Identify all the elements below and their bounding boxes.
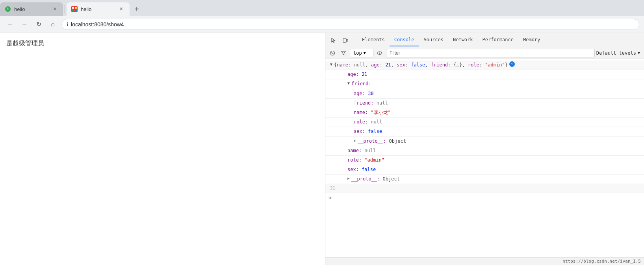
object-summary: {name: null, age: 21, sex: false, friend… <box>334 61 508 69</box>
friend-key: friend: <box>351 80 371 88</box>
sex-key: sex: <box>347 166 359 173</box>
home-button[interactable]: ⌂ <box>47 19 58 30</box>
friend-name-val: "李小龙" <box>371 109 390 116</box>
console-filter-input[interactable] <box>386 49 595 57</box>
svg-rect-4 <box>72 9 74 11</box>
friend-role-key: role: <box>354 118 368 126</box>
devtools-toolbar: Elements Console Sources Network Perform… <box>325 33 644 47</box>
friend-name-key: name: <box>354 109 368 116</box>
page-main-text: 是超级管理员 <box>6 39 319 48</box>
friend-age-val: 30 <box>368 90 373 98</box>
friend-expand-arrow[interactable]: ▼ <box>347 80 350 88</box>
tab-sources[interactable]: Sources <box>419 34 448 46</box>
console-role-line: role: "admin" <box>325 156 644 165</box>
tab-separator <box>65 5 65 13</box>
role-key: role: <box>347 156 362 164</box>
page-content: 是超级管理员 <box>0 33 325 265</box>
console-friend-proto-line: ▶ __proto__: Object <box>325 137 644 146</box>
line-number: 21 <box>330 185 338 192</box>
sex-val: false <box>362 166 376 173</box>
console-output: ▼ {name: null, age: 21, sex: false, frie… <box>325 59 644 257</box>
forward-button[interactable]: → <box>19 19 30 30</box>
svg-point-12 <box>379 52 380 53</box>
console-input[interactable] <box>335 195 641 201</box>
age-value <box>359 71 362 78</box>
eye-icon[interactable] <box>375 48 384 58</box>
friend-proto-arrow[interactable]: ▶ <box>354 138 356 145</box>
address-text: localhost:8080/show4 <box>71 21 124 28</box>
friend-proto-key: __proto__: <box>358 138 386 145</box>
context-selector[interactable]: top ▼ <box>350 49 373 57</box>
tab2-favicon <box>71 6 78 12</box>
console-object-line: ▼ {name: null, age: 21, sex: false, frie… <box>325 61 644 70</box>
tab2-close[interactable]: ✕ <box>118 6 125 13</box>
console-sex-line: sex: false <box>325 165 644 175</box>
address-bar[interactable]: ℹ localhost:8080/show4 <box>61 19 639 30</box>
default-levels-dropdown[interactable]: Default levels ▼ <box>596 50 642 56</box>
console-friend-role-line: role: null <box>325 118 644 127</box>
friend-friend-val: null <box>377 99 388 107</box>
friend-sex-key: sex: <box>354 128 365 135</box>
svg-rect-7 <box>347 39 348 41</box>
lock-icon: ℹ <box>67 22 69 27</box>
name-key: name: <box>347 147 362 155</box>
age-val: 21 <box>362 71 367 78</box>
tab-bar: hello ✕ hello ✕ + <box>0 0 644 16</box>
clear-console-icon[interactable] <box>328 48 337 58</box>
console-friend-name-line: name: "李小龙" <box>325 108 644 118</box>
age-key: age: <box>347 71 359 78</box>
svg-rect-2 <box>72 7 74 9</box>
svg-rect-5 <box>75 9 77 11</box>
default-levels-arrow-icon: ▼ <box>638 51 640 55</box>
console-toolbar: top ▼ Default levels ▼ <box>325 47 644 59</box>
devtools-tabs: Elements Console Sources Network Perform… <box>357 34 545 46</box>
tab-console[interactable]: Console <box>390 34 419 46</box>
console-number-line: 21 <box>325 184 644 193</box>
browser-chrome: hello ✕ hello ✕ + ← → ↻ ⌂ ℹ localhost:80… <box>0 0 644 33</box>
nav-bar: ← → ↻ ⌂ ℹ localhost:8080/show4 <box>0 16 644 33</box>
friend-proto-val: Object <box>389 138 406 145</box>
new-tab-button[interactable]: + <box>131 4 142 15</box>
role-val: "admin" <box>364 156 384 164</box>
tab-memory[interactable]: Memory <box>518 34 545 46</box>
back-button[interactable]: ← <box>5 19 16 30</box>
tab-network[interactable]: Network <box>448 34 478 46</box>
object-expand-arrow[interactable]: ▼ <box>330 61 332 69</box>
console-prompt-icon: > <box>328 195 332 201</box>
tab-1[interactable]: hello ✕ <box>0 2 63 16</box>
inspect-element-icon[interactable] <box>328 35 339 45</box>
console-age-line: age: 21 <box>325 70 644 79</box>
friend-friend-key: friend: <box>354 99 374 107</box>
console-friend-line: ▼ friend: <box>325 79 644 89</box>
svg-rect-3 <box>75 7 77 9</box>
friend-sex-val: false <box>368 128 382 135</box>
status-url: https://blog.csdn.net/ivan_1.5 <box>562 259 641 264</box>
dropdown-arrow-icon: ▼ <box>364 51 366 55</box>
tab-performance[interactable]: Performance <box>478 34 518 46</box>
toolbar-separator <box>354 36 354 44</box>
tab-elements[interactable]: Elements <box>357 34 390 46</box>
console-friend-friend-line: friend: null <box>325 99 644 108</box>
console-proto-line: ▶ __proto__: Object <box>325 175 644 184</box>
proto-val: Object <box>383 175 400 183</box>
name-val: null <box>364 147 376 155</box>
reload-button[interactable]: ↻ <box>33 19 44 30</box>
console-input-line: > <box>325 193 644 202</box>
friend-age-key: age: <box>354 90 365 98</box>
devtools-panel: Elements Console Sources Network Perform… <box>325 33 644 265</box>
tab1-title: hello <box>14 6 48 12</box>
friend-role-val: null <box>371 118 382 126</box>
proto-arrow[interactable]: ▶ <box>347 175 350 183</box>
console-friend-age-line: age: 30 <box>325 89 644 99</box>
devtools-status-bar: https://blog.csdn.net/ivan_1.5 <box>325 257 644 265</box>
tab-2[interactable]: hello ✕ <box>67 2 130 16</box>
tab1-favicon <box>5 6 11 12</box>
tab2-title: hello <box>81 6 115 12</box>
page-body: 是超级管理员 Elements <box>0 33 644 265</box>
filter-icon[interactable] <box>339 48 348 58</box>
device-toggle-icon[interactable] <box>340 35 351 45</box>
info-icon: i <box>509 61 515 67</box>
proto-key: __proto__: <box>351 175 380 183</box>
console-name-line: name: null <box>325 146 644 156</box>
tab1-close[interactable]: ✕ <box>51 6 58 13</box>
